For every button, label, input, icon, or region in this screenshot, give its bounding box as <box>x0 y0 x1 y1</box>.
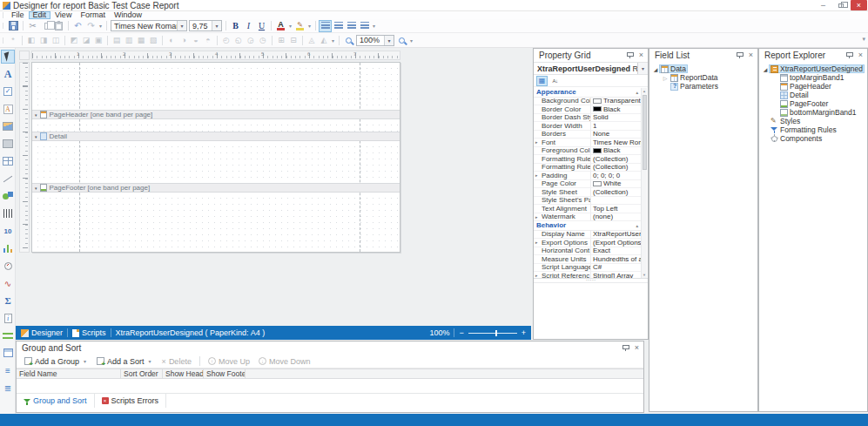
property-row[interactable]: Text AlignmentTop Left <box>534 205 641 213</box>
underline-button[interactable]: U <box>255 20 268 32</box>
zoom-combo[interactable]: 100% ▾ <box>356 35 394 46</box>
tool-pivot-grid[interactable]: Σ <box>1 294 15 308</box>
highlight-button[interactable]: ✎ <box>293 20 306 32</box>
tool-page-break[interactable] <box>1 328 15 342</box>
object-selector-combo[interactable]: XtraReportUserDesigned Report ▾ <box>534 62 648 75</box>
explorer-node-styles[interactable]: Styles <box>760 117 866 125</box>
chevron-down-icon[interactable]: ▾ <box>384 36 394 45</box>
column-header[interactable]: Show Footer <box>204 369 246 378</box>
tool-zip-code[interactable]: 10 <box>1 224 15 238</box>
property-row[interactable]: Measure UnitsHundredths of an I... <box>534 255 641 264</box>
close-button[interactable]: × <box>851 0 867 10</box>
alignment-dropdown-icon[interactable]: ▾ <box>371 23 377 29</box>
highlight-dropdown-icon[interactable]: ▾ <box>306 23 313 29</box>
report-page[interactable]: ▾ PageHeader [one band per page] ▾ Detai… <box>31 62 400 253</box>
property-value[interactable]: None <box>590 131 641 139</box>
font-name-combo[interactable]: Times New Roman ▾ <box>111 20 187 31</box>
property-row[interactable]: Border Width1 <box>534 122 641 131</box>
close-icon[interactable]: × <box>635 344 639 352</box>
property-value[interactable]: Top Left <box>590 205 641 213</box>
field-node-parameters[interactable]: Parameters <box>650 82 757 91</box>
tree-item[interactable]: XtraReportUserDesigned <box>769 64 865 73</box>
explorer-node-bottommarginband1[interactable]: bottomMarginBand1 <box>760 108 866 117</box>
cut-button[interactable]: ✂ <box>26 20 39 32</box>
tool-pointer[interactable] <box>1 50 15 64</box>
property-row[interactable]: Horizontal ContExact <box>534 247 641 256</box>
page-header-content[interactable] <box>32 119 400 132</box>
explorer-node-detail[interactable]: Detail <box>760 91 866 99</box>
property-row[interactable]: Foreground ColBlack <box>534 147 641 156</box>
group-sort-empty-list[interactable] <box>17 379 643 394</box>
toolbar-overflow-chevron-icon[interactable]: ▾ <box>862 36 865 43</box>
add-group-button[interactable]: Add a Group▾ <box>21 357 91 366</box>
tree-item[interactable]: Formatting Rules <box>769 125 838 134</box>
copy-button[interactable] <box>39 20 52 32</box>
detail-content[interactable] <box>32 141 400 183</box>
tool-shape[interactable] <box>1 189 15 203</box>
undo-dropdown-icon[interactable]: ▾ <box>98 23 104 29</box>
property-value[interactable]: (Export Options) <box>590 239 641 247</box>
page-footer-content[interactable] <box>32 193 400 205</box>
tool-cross-band-line[interactable]: ≡ <box>1 363 15 377</box>
explorer-node-pagefooter[interactable]: PageFooter <box>760 99 866 108</box>
zoom-dropdown-icon[interactable]: ▾ <box>408 37 414 44</box>
tree-item[interactable]: Detail <box>778 91 811 99</box>
align-left-button[interactable] <box>319 20 332 32</box>
tool-page-info[interactable]: i <box>1 311 15 325</box>
expander-icon[interactable]: ▷ <box>662 75 669 81</box>
font-color-button[interactable]: A <box>274 20 287 32</box>
chevron-down-icon[interactable]: ▾ <box>637 63 648 74</box>
explorer-node-formatting-rules[interactable]: Formatting Rules <box>760 125 866 134</box>
menu-format[interactable]: Format <box>76 11 110 19</box>
tree-item[interactable]: topMarginBand1 <box>778 73 845 82</box>
pin-icon[interactable] <box>846 51 853 59</box>
pin-icon[interactable] <box>627 51 634 59</box>
collapse-icon[interactable]: ▴ <box>636 90 638 95</box>
property-row[interactable]: ▸Watermark(none) <box>534 213 641 222</box>
tab-scripts-errors[interactable]: ×Scripts Errors <box>95 394 167 408</box>
property-row[interactable]: Border Dash StySolid <box>534 114 641 123</box>
tree-item[interactable]: Components <box>769 134 824 143</box>
tool-sparkline[interactable]: ∿ <box>1 276 15 290</box>
explorer-node-xtrareportuserdesigned[interactable]: ◢XtraReportUserDesigned <box>760 64 866 73</box>
property-row[interactable]: Border ColorBlack <box>534 105 641 114</box>
tool-bar-code[interactable] <box>1 206 15 220</box>
minimize-button[interactable]: – <box>815 0 831 10</box>
layout-dropdown-icon[interactable]: ▾ <box>330 37 336 44</box>
close-icon[interactable]: × <box>639 51 643 59</box>
explorer-node-topmarginband1[interactable]: topMarginBand1 <box>760 73 866 82</box>
explorer-node-components[interactable]: Components <box>760 134 866 143</box>
property-row[interactable]: BordersNone <box>534 131 641 139</box>
pin-icon[interactable] <box>737 51 744 59</box>
property-value[interactable]: Exact <box>590 247 641 255</box>
align-justify-button[interactable] <box>358 20 371 32</box>
property-row[interactable]: Display NameXtraReportUserDe... <box>534 231 641 240</box>
italic-button[interactable]: I <box>242 20 255 32</box>
band-collapse-icon[interactable]: ▾ <box>35 112 37 118</box>
property-value[interactable]: XtraReportUserDe... <box>590 231 641 239</box>
tab-scripts[interactable]: Scripts <box>72 328 106 337</box>
top-margin-area[interactable] <box>32 63 400 110</box>
category-behavior[interactable]: Behavior▴ <box>534 221 641 231</box>
align-center-button[interactable] <box>332 20 345 32</box>
tool-check-box[interactable]: ✓ <box>1 85 15 98</box>
field-node-data[interactable]: ◢Data <box>650 64 757 73</box>
expander-icon[interactable]: ◢ <box>762 66 769 72</box>
property-row[interactable]: Style Sheet's Pa <box>534 197 641 206</box>
scrollbar-thumb[interactable] <box>643 95 647 170</box>
menu-file[interactable]: File <box>7 11 29 19</box>
property-value[interactable]: Black <box>590 147 641 155</box>
collapse-icon[interactable]: ▴ <box>636 223 638 228</box>
property-row[interactable]: Page ColorWhite <box>534 180 641 189</box>
property-value[interactable]: Black <box>590 105 641 113</box>
tree-item[interactable]: PageFooter <box>778 99 830 108</box>
bottom-margin-area[interactable] <box>32 205 400 252</box>
menu-window[interactable]: Window <box>110 11 146 19</box>
property-value[interactable]: (Collection) <box>590 155 641 163</box>
tool-line[interactable] <box>1 172 15 186</box>
column-header[interactable]: Sort Order <box>121 369 163 378</box>
chevron-down-icon[interactable]: ▾ <box>177 21 186 30</box>
property-value[interactable]: C# <box>590 264 641 272</box>
tool-gauge[interactable] <box>1 259 15 273</box>
property-row[interactable]: Formatting Rule(Collection) <box>534 164 641 172</box>
